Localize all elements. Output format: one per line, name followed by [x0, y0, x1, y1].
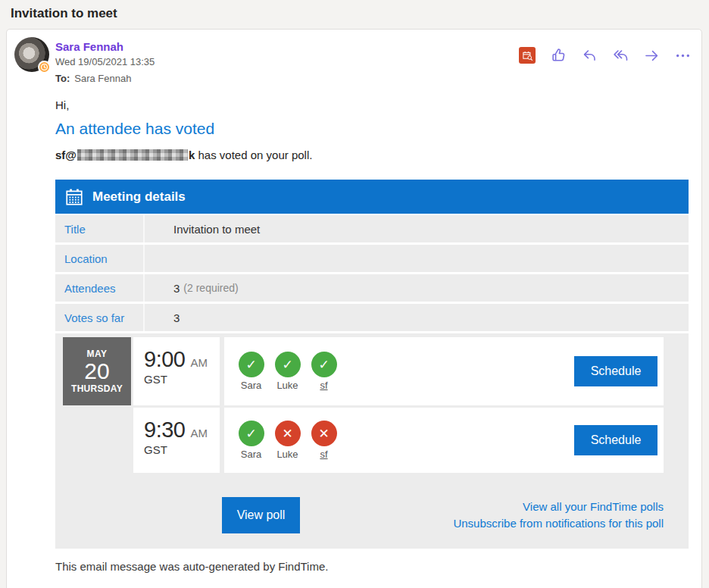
vote-chip-group: Sara Luke sf [238, 352, 337, 391]
redacted-email-domain [77, 149, 188, 161]
vote-yes-icon [239, 352, 264, 377]
voter-name: Luke [274, 449, 301, 460]
schedule-button[interactable]: Schedule [574, 356, 657, 386]
email-message-card: Sara Fennah Wed 19/05/2021 13:35 To:Sara… [6, 29, 702, 588]
slot-time: 9:30 [144, 418, 185, 442]
vote-no-icon [311, 421, 337, 446]
meeting-row-location: Location [55, 245, 689, 272]
message-actions-toolbar [519, 47, 691, 64]
sender-avatar[interactable] [14, 37, 49, 72]
slot-row: Sara Luke sf Schedule [224, 337, 664, 405]
slot-day: 20 [84, 359, 109, 383]
meeting-details-header: Meeting details [55, 180, 689, 214]
auto-generated-note: This email message was auto-generated by… [55, 560, 328, 573]
voted-line-rest: has voted on your poll. [195, 149, 312, 161]
row-value: Invitation to meet [143, 215, 689, 242]
reading-pane-subject-bar: Invitation to meet [0, 0, 709, 27]
view-poll-button[interactable]: View poll [222, 497, 300, 533]
meeting-details-title: Meeting details [92, 189, 186, 205]
panel-footer: View poll View all your FindTime polls U… [55, 497, 689, 533]
vote-chip-group: Sara Luke sf [238, 421, 337, 460]
recipient-line: To:Sara Fennah [55, 73, 131, 84]
slot-row: Sara Luke sf Schedule [224, 408, 664, 473]
slot-weekday: THURSDAY [71, 383, 123, 394]
row-label[interactable]: Votes so far [55, 311, 143, 324]
slot-time-card: 9:30AM GST [133, 408, 220, 473]
row-label[interactable]: Location [55, 252, 143, 265]
vote-item: Luke [274, 352, 301, 391]
vote-no-icon [275, 421, 301, 446]
reply-icon[interactable] [581, 47, 598, 64]
more-actions-icon[interactable] [674, 47, 691, 64]
row-value: 3(2 required) [143, 274, 689, 302]
slot-timezone: GST [144, 373, 220, 386]
slot-date-card: MAY 20 THURSDAY [63, 337, 131, 405]
findtime-panel: Meeting details Title Invitation to meet… [55, 180, 689, 549]
schedule-button[interactable]: Schedule [574, 425, 657, 455]
sent-timestamp: Wed 19/05/2021 13:35 [55, 56, 155, 67]
voter-name: Sara [238, 380, 264, 391]
row-label[interactable]: Title [55, 223, 143, 236]
voter-name: Sara [238, 449, 264, 460]
slot-time-card: 9:00AM GST [133, 337, 220, 405]
row-note: (2 required) [183, 282, 238, 294]
reply-all-icon[interactable] [612, 47, 629, 64]
findtime-addin-icon[interactable] [519, 47, 536, 64]
meeting-row-title: Title Invitation to meet [55, 215, 689, 242]
row-value: 3 [143, 304, 689, 331]
email-subject-title: Invitation to meet [11, 6, 117, 21]
calendar-icon [64, 187, 84, 207]
voter-name-link[interactable]: sf [311, 380, 337, 391]
clock-icon [40, 63, 48, 71]
presence-away-badge [38, 61, 51, 74]
vote-item: Sara [238, 421, 264, 460]
voter-name-link[interactable]: sf [311, 449, 337, 460]
slot-meridiem: AM [190, 356, 208, 369]
voter-name: Luke [274, 380, 301, 391]
slot-meridiem: AM [190, 427, 208, 439]
unsubscribe-link[interactable]: Unsubscribe from notifications for this … [453, 515, 664, 532]
slot-list: MAY 20 THURSDAY 9:00AM GST Sara [55, 337, 689, 473]
vote-item: Luke [274, 421, 301, 460]
slot-timezone: GST [144, 443, 220, 456]
vote-item: sf [311, 352, 337, 391]
meeting-row-votes: Votes so far 3 [55, 304, 689, 331]
voted-line: sf@k has voted on your poll. [55, 149, 312, 161]
sender-name[interactable]: Sara Fennah [55, 40, 123, 53]
vote-yes-icon [239, 421, 264, 446]
slot-month: MAY [86, 349, 107, 359]
view-all-polls-link[interactable]: View all your FindTime polls [453, 499, 664, 515]
vote-yes-icon [275, 352, 301, 377]
row-value [143, 245, 689, 272]
forward-icon[interactable] [643, 47, 660, 64]
recipient-name[interactable]: Sara Fennah [74, 73, 131, 84]
vote-yes-icon [311, 352, 337, 377]
to-label: To: [55, 73, 70, 84]
slot-time: 9:00 [144, 347, 185, 371]
voter-email-prefix: sf@ [55, 149, 77, 161]
row-label[interactable]: Attendees [55, 282, 143, 295]
greeting-text: Hi, [55, 99, 69, 111]
meeting-row-attendees: Attendees 3(2 required) [55, 274, 689, 302]
vote-item: Sara [238, 352, 264, 391]
vote-item: sf [311, 421, 337, 460]
footer-links: View all your FindTime polls Unsubscribe… [453, 499, 689, 532]
poll-slots-section: MAY 20 THURSDAY 9:00AM GST Sara [55, 333, 689, 549]
like-icon[interactable] [550, 47, 567, 64]
voted-heading: An attendee has voted [55, 120, 214, 138]
